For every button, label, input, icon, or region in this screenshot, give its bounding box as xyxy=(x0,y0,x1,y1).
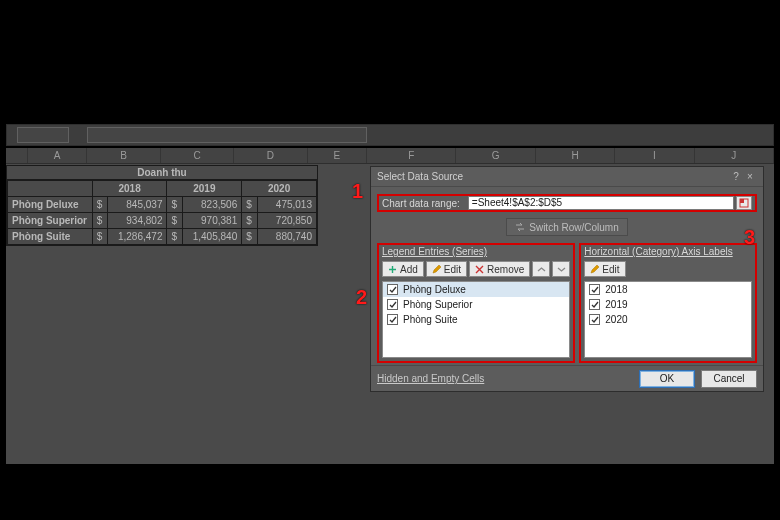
swap-icon xyxy=(515,222,525,232)
name-box[interactable] xyxy=(17,127,69,143)
table-row: Phòng Superior $934,802 $970,381 $720,85… xyxy=(8,213,317,229)
switch-row-column-button[interactable]: Switch Row/Column xyxy=(506,218,627,236)
formula-input[interactable] xyxy=(87,127,367,143)
hidden-empty-cells-link[interactable]: Hidden and Empty Cells xyxy=(377,373,484,384)
chevron-up-icon xyxy=(537,265,546,274)
cancel-button[interactable]: Cancel xyxy=(701,370,757,388)
add-icon xyxy=(388,265,397,274)
chart-data-range-row: Chart data range: =Sheet4!$A$2:$D$5 xyxy=(377,194,757,212)
legend-item[interactable]: Phòng Suite xyxy=(383,312,569,327)
help-button[interactable]: ? xyxy=(729,167,743,187)
axis-item[interactable]: 2020 xyxy=(585,312,751,327)
axis-toolbar: Edit xyxy=(581,259,755,279)
legend-add-button[interactable]: Add xyxy=(382,261,424,277)
stage: A B C D E F G H I J Doanh thu 2018 2019 … xyxy=(0,0,780,520)
legend-remove-button[interactable]: Remove xyxy=(469,261,530,277)
edit-icon xyxy=(590,265,599,274)
column-headers: A B C D E F G H I J xyxy=(6,148,774,164)
close-button[interactable]: × xyxy=(743,167,757,187)
chart-data-range-label: Chart data range: xyxy=(382,198,460,209)
table-header-row: 2018 2019 2020 xyxy=(8,181,317,197)
legend-list[interactable]: Phòng Deluxe Phòng Superior Phòng Suite xyxy=(382,281,570,358)
legend-item[interactable]: Phòng Deluxe xyxy=(383,282,569,297)
remove-icon xyxy=(475,265,484,274)
checkbox[interactable] xyxy=(589,314,600,325)
legend-toolbar: Add Edit Remove xyxy=(379,259,573,279)
revenue-table: Doanh thu 2018 2019 2020 Phòng Deluxe $8… xyxy=(6,165,318,246)
checkbox[interactable] xyxy=(387,314,398,325)
axis-item[interactable]: 2019 xyxy=(585,297,751,312)
legend-move-up-button[interactable] xyxy=(532,261,550,277)
legend-move-down-button[interactable] xyxy=(552,261,570,277)
ok-button[interactable]: OK xyxy=(639,370,695,388)
checkbox[interactable] xyxy=(589,299,600,310)
switch-row-column-area: Switch Row/Column xyxy=(467,218,667,236)
legend-item[interactable]: Phòng Superior xyxy=(383,297,569,312)
legend-edit-button[interactable]: Edit xyxy=(426,261,467,277)
checkbox[interactable] xyxy=(589,284,600,295)
range-picker-icon xyxy=(739,198,749,208)
range-picker-button[interactable] xyxy=(736,196,752,210)
axis-caption: Horizontal (Category) Axis Labels xyxy=(581,245,755,259)
chevron-down-icon xyxy=(557,265,566,274)
formula-bar xyxy=(6,124,774,146)
axis-item[interactable]: 2018 xyxy=(585,282,751,297)
dialog-title: Select Data Source xyxy=(377,167,729,187)
table-row: Phòng Deluxe $845,037 $823,506 $475,013 xyxy=(8,197,317,213)
checkbox[interactable] xyxy=(387,284,398,295)
legend-caption: Legend Entries (Series) xyxy=(379,245,573,259)
callout-1: 1 xyxy=(352,180,363,203)
callout-3: 3 xyxy=(744,226,755,249)
callout-2: 2 xyxy=(356,286,367,309)
dialog-footer: Hidden and Empty Cells OK Cancel xyxy=(371,365,763,391)
axis-labels-panel: Horizontal (Category) Axis Labels Edit 2… xyxy=(579,243,757,363)
table-row: Phòng Suite $1,286,472 $1,405,840 $880,7… xyxy=(8,229,317,245)
checkbox[interactable] xyxy=(387,299,398,310)
dialog-titlebar: Select Data Source ? × xyxy=(371,167,763,187)
chart-data-range-input[interactable]: =Sheet4!$A$2:$D$5 xyxy=(468,196,734,210)
svg-rect-1 xyxy=(740,199,744,203)
legend-entries-panel: Legend Entries (Series) Add Edit Remove xyxy=(377,243,575,363)
axis-list[interactable]: 2018 2019 2020 xyxy=(584,281,752,358)
table-title: Doanh thu xyxy=(7,166,317,180)
edit-icon xyxy=(432,265,441,274)
axis-edit-button[interactable]: Edit xyxy=(584,261,625,277)
select-data-source-dialog: Select Data Source ? × Chart data range:… xyxy=(370,166,764,392)
